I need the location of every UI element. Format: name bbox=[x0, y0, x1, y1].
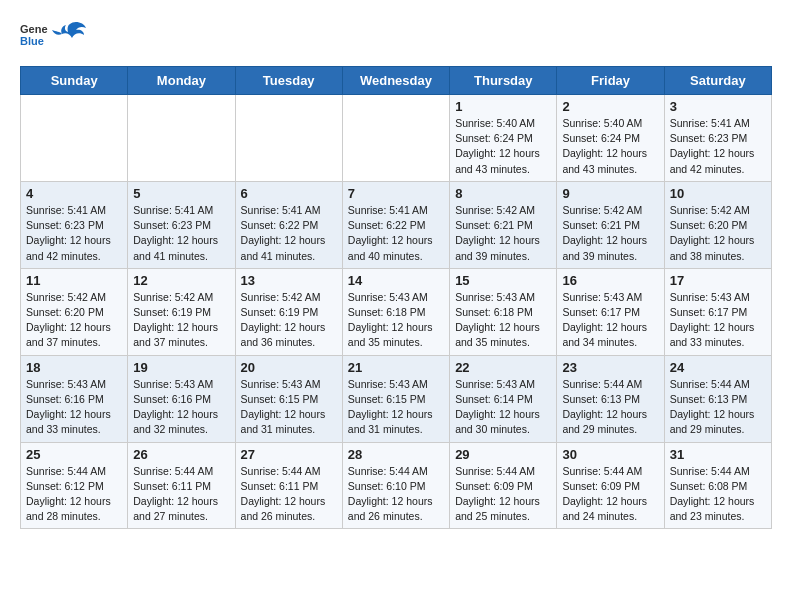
day-number: 28 bbox=[348, 447, 444, 462]
calendar-cell bbox=[128, 95, 235, 182]
calendar-header-row: SundayMondayTuesdayWednesdayThursdayFrid… bbox=[21, 67, 772, 95]
calendar-cell: 9Sunrise: 5:42 AM Sunset: 6:21 PM Daylig… bbox=[557, 181, 664, 268]
logo-bird-icon bbox=[52, 20, 88, 50]
day-number: 20 bbox=[241, 360, 337, 375]
calendar-cell: 18Sunrise: 5:43 AM Sunset: 6:16 PM Dayli… bbox=[21, 355, 128, 442]
calendar-cell: 14Sunrise: 5:43 AM Sunset: 6:18 PM Dayli… bbox=[342, 268, 449, 355]
day-info: Sunrise: 5:42 AM Sunset: 6:20 PM Dayligh… bbox=[26, 290, 122, 351]
calendar-week-row: 4Sunrise: 5:41 AM Sunset: 6:23 PM Daylig… bbox=[21, 181, 772, 268]
calendar-cell: 1Sunrise: 5:40 AM Sunset: 6:24 PM Daylig… bbox=[450, 95, 557, 182]
day-info: Sunrise: 5:44 AM Sunset: 6:13 PM Dayligh… bbox=[670, 377, 766, 438]
day-info: Sunrise: 5:42 AM Sunset: 6:19 PM Dayligh… bbox=[241, 290, 337, 351]
calendar-week-row: 25Sunrise: 5:44 AM Sunset: 6:12 PM Dayli… bbox=[21, 442, 772, 529]
calendar-cell: 12Sunrise: 5:42 AM Sunset: 6:19 PM Dayli… bbox=[128, 268, 235, 355]
day-info: Sunrise: 5:43 AM Sunset: 6:15 PM Dayligh… bbox=[241, 377, 337, 438]
day-number: 12 bbox=[133, 273, 229, 288]
day-number: 16 bbox=[562, 273, 658, 288]
day-info: Sunrise: 5:44 AM Sunset: 6:08 PM Dayligh… bbox=[670, 464, 766, 525]
day-number: 17 bbox=[670, 273, 766, 288]
day-number: 30 bbox=[562, 447, 658, 462]
day-info: Sunrise: 5:44 AM Sunset: 6:13 PM Dayligh… bbox=[562, 377, 658, 438]
day-number: 14 bbox=[348, 273, 444, 288]
day-info: Sunrise: 5:43 AM Sunset: 6:18 PM Dayligh… bbox=[455, 290, 551, 351]
svg-text:Blue: Blue bbox=[20, 35, 44, 47]
calendar-cell: 29Sunrise: 5:44 AM Sunset: 6:09 PM Dayli… bbox=[450, 442, 557, 529]
calendar-cell: 10Sunrise: 5:42 AM Sunset: 6:20 PM Dayli… bbox=[664, 181, 771, 268]
calendar-cell: 17Sunrise: 5:43 AM Sunset: 6:17 PM Dayli… bbox=[664, 268, 771, 355]
calendar-cell: 15Sunrise: 5:43 AM Sunset: 6:18 PM Dayli… bbox=[450, 268, 557, 355]
day-number: 2 bbox=[562, 99, 658, 114]
page-header: General Blue bbox=[20, 20, 772, 50]
logo: General Blue bbox=[20, 20, 88, 50]
day-number: 25 bbox=[26, 447, 122, 462]
day-info: Sunrise: 5:41 AM Sunset: 6:23 PM Dayligh… bbox=[670, 116, 766, 177]
calendar-cell: 11Sunrise: 5:42 AM Sunset: 6:20 PM Dayli… bbox=[21, 268, 128, 355]
day-number: 13 bbox=[241, 273, 337, 288]
day-number: 8 bbox=[455, 186, 551, 201]
calendar-cell: 8Sunrise: 5:42 AM Sunset: 6:21 PM Daylig… bbox=[450, 181, 557, 268]
calendar-cell: 28Sunrise: 5:44 AM Sunset: 6:10 PM Dayli… bbox=[342, 442, 449, 529]
day-number: 15 bbox=[455, 273, 551, 288]
day-number: 3 bbox=[670, 99, 766, 114]
day-number: 29 bbox=[455, 447, 551, 462]
weekday-header-sunday: Sunday bbox=[21, 67, 128, 95]
day-info: Sunrise: 5:44 AM Sunset: 6:10 PM Dayligh… bbox=[348, 464, 444, 525]
calendar-week-row: 18Sunrise: 5:43 AM Sunset: 6:16 PM Dayli… bbox=[21, 355, 772, 442]
day-info: Sunrise: 5:43 AM Sunset: 6:17 PM Dayligh… bbox=[670, 290, 766, 351]
calendar-cell: 19Sunrise: 5:43 AM Sunset: 6:16 PM Dayli… bbox=[128, 355, 235, 442]
day-number: 6 bbox=[241, 186, 337, 201]
day-info: Sunrise: 5:43 AM Sunset: 6:16 PM Dayligh… bbox=[133, 377, 229, 438]
weekday-header-thursday: Thursday bbox=[450, 67, 557, 95]
weekday-header-monday: Monday bbox=[128, 67, 235, 95]
day-number: 24 bbox=[670, 360, 766, 375]
day-info: Sunrise: 5:41 AM Sunset: 6:22 PM Dayligh… bbox=[348, 203, 444, 264]
calendar-table: SundayMondayTuesdayWednesdayThursdayFrid… bbox=[20, 66, 772, 529]
calendar-cell: 3Sunrise: 5:41 AM Sunset: 6:23 PM Daylig… bbox=[664, 95, 771, 182]
calendar-cell: 25Sunrise: 5:44 AM Sunset: 6:12 PM Dayli… bbox=[21, 442, 128, 529]
calendar-cell: 5Sunrise: 5:41 AM Sunset: 6:23 PM Daylig… bbox=[128, 181, 235, 268]
weekday-header-saturday: Saturday bbox=[664, 67, 771, 95]
calendar-cell: 6Sunrise: 5:41 AM Sunset: 6:22 PM Daylig… bbox=[235, 181, 342, 268]
day-info: Sunrise: 5:44 AM Sunset: 6:11 PM Dayligh… bbox=[241, 464, 337, 525]
day-info: Sunrise: 5:42 AM Sunset: 6:21 PM Dayligh… bbox=[562, 203, 658, 264]
day-info: Sunrise: 5:43 AM Sunset: 6:15 PM Dayligh… bbox=[348, 377, 444, 438]
day-number: 22 bbox=[455, 360, 551, 375]
day-info: Sunrise: 5:44 AM Sunset: 6:11 PM Dayligh… bbox=[133, 464, 229, 525]
day-info: Sunrise: 5:43 AM Sunset: 6:18 PM Dayligh… bbox=[348, 290, 444, 351]
calendar-cell: 23Sunrise: 5:44 AM Sunset: 6:13 PM Dayli… bbox=[557, 355, 664, 442]
day-number: 4 bbox=[26, 186, 122, 201]
calendar-cell: 31Sunrise: 5:44 AM Sunset: 6:08 PM Dayli… bbox=[664, 442, 771, 529]
calendar-cell: 24Sunrise: 5:44 AM Sunset: 6:13 PM Dayli… bbox=[664, 355, 771, 442]
day-number: 23 bbox=[562, 360, 658, 375]
calendar-cell: 27Sunrise: 5:44 AM Sunset: 6:11 PM Dayli… bbox=[235, 442, 342, 529]
calendar-cell: 30Sunrise: 5:44 AM Sunset: 6:09 PM Dayli… bbox=[557, 442, 664, 529]
day-number: 5 bbox=[133, 186, 229, 201]
calendar-cell: 2Sunrise: 5:40 AM Sunset: 6:24 PM Daylig… bbox=[557, 95, 664, 182]
day-number: 11 bbox=[26, 273, 122, 288]
calendar-cell bbox=[21, 95, 128, 182]
calendar-cell: 16Sunrise: 5:43 AM Sunset: 6:17 PM Dayli… bbox=[557, 268, 664, 355]
day-info: Sunrise: 5:44 AM Sunset: 6:09 PM Dayligh… bbox=[455, 464, 551, 525]
day-info: Sunrise: 5:43 AM Sunset: 6:14 PM Dayligh… bbox=[455, 377, 551, 438]
day-number: 21 bbox=[348, 360, 444, 375]
day-number: 10 bbox=[670, 186, 766, 201]
day-info: Sunrise: 5:44 AM Sunset: 6:12 PM Dayligh… bbox=[26, 464, 122, 525]
calendar-cell bbox=[235, 95, 342, 182]
day-number: 1 bbox=[455, 99, 551, 114]
calendar-cell: 13Sunrise: 5:42 AM Sunset: 6:19 PM Dayli… bbox=[235, 268, 342, 355]
calendar-cell: 4Sunrise: 5:41 AM Sunset: 6:23 PM Daylig… bbox=[21, 181, 128, 268]
calendar-cell: 22Sunrise: 5:43 AM Sunset: 6:14 PM Dayli… bbox=[450, 355, 557, 442]
day-info: Sunrise: 5:42 AM Sunset: 6:21 PM Dayligh… bbox=[455, 203, 551, 264]
day-info: Sunrise: 5:42 AM Sunset: 6:20 PM Dayligh… bbox=[670, 203, 766, 264]
day-info: Sunrise: 5:41 AM Sunset: 6:22 PM Dayligh… bbox=[241, 203, 337, 264]
day-info: Sunrise: 5:41 AM Sunset: 6:23 PM Dayligh… bbox=[133, 203, 229, 264]
calendar-cell: 26Sunrise: 5:44 AM Sunset: 6:11 PM Dayli… bbox=[128, 442, 235, 529]
svg-text:General: General bbox=[20, 23, 48, 35]
calendar-week-row: 11Sunrise: 5:42 AM Sunset: 6:20 PM Dayli… bbox=[21, 268, 772, 355]
day-info: Sunrise: 5:43 AM Sunset: 6:17 PM Dayligh… bbox=[562, 290, 658, 351]
calendar-cell: 20Sunrise: 5:43 AM Sunset: 6:15 PM Dayli… bbox=[235, 355, 342, 442]
calendar-cell: 7Sunrise: 5:41 AM Sunset: 6:22 PM Daylig… bbox=[342, 181, 449, 268]
day-info: Sunrise: 5:40 AM Sunset: 6:24 PM Dayligh… bbox=[455, 116, 551, 177]
day-number: 9 bbox=[562, 186, 658, 201]
day-number: 26 bbox=[133, 447, 229, 462]
